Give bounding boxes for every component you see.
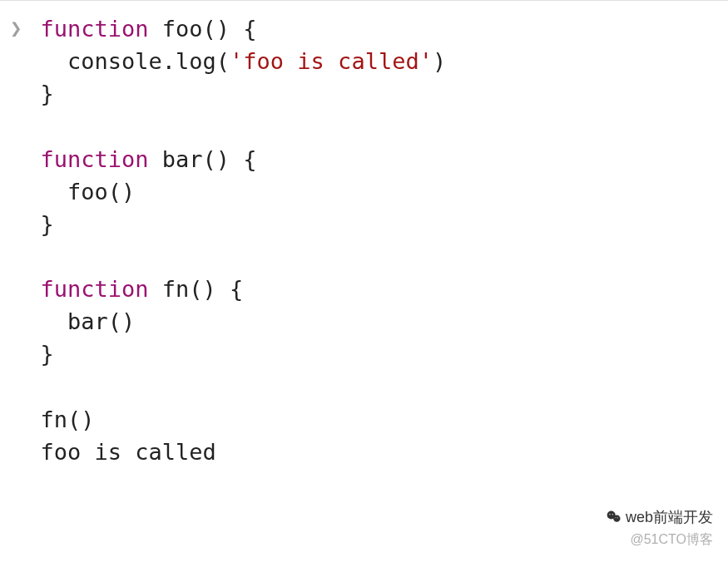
watermark-top-text: web前端开发 xyxy=(626,506,713,528)
code-call: foo() xyxy=(67,179,135,205)
svg-point-1 xyxy=(613,515,620,521)
console-output: foo is called xyxy=(40,439,215,465)
code-string: 'foo is called' xyxy=(230,48,433,74)
function-name-bar: bar xyxy=(162,146,203,172)
code-text: () xyxy=(189,276,216,302)
keyword-function: function xyxy=(40,276,148,302)
code-indent xyxy=(40,179,67,205)
console-input-row: ❯ function foo() { console.log('foo is c… xyxy=(0,0,728,480)
watermark-bottom-text: @51CTO博客 xyxy=(606,530,713,549)
svg-point-4 xyxy=(616,517,617,518)
code-text xyxy=(149,276,162,302)
code-brace: } xyxy=(40,341,53,367)
watermark: web前端开发 @51CTO博客 xyxy=(606,506,713,549)
code-brace: { xyxy=(230,16,257,42)
code-indent xyxy=(40,308,67,334)
code-brace: } xyxy=(40,211,53,237)
wechat-icon xyxy=(606,509,622,525)
code-call: bar() xyxy=(67,308,135,334)
svg-point-2 xyxy=(609,514,610,515)
watermark-top-line: web前端开发 xyxy=(606,506,713,528)
code-text: . xyxy=(162,48,176,74)
code-text xyxy=(149,146,162,172)
svg-point-5 xyxy=(617,517,618,518)
keyword-function: function xyxy=(40,16,148,42)
code-brace: } xyxy=(40,81,53,106)
code-call-fn: fn() xyxy=(40,407,94,432)
code-text: console xyxy=(67,48,162,74)
code-brace: { xyxy=(216,276,244,302)
keyword-function: function xyxy=(40,146,148,172)
function-name-fn: fn xyxy=(162,276,190,302)
code-text: ) xyxy=(433,48,446,74)
code-indent xyxy=(40,48,67,74)
code-brace: { xyxy=(230,146,257,172)
code-text xyxy=(149,16,162,42)
code-block[interactable]: function foo() { console.log('foo is cal… xyxy=(40,12,718,468)
code-text: ( xyxy=(216,48,230,74)
prompt-arrow-icon: ❯ xyxy=(10,12,22,468)
svg-point-3 xyxy=(612,514,613,515)
code-text: () xyxy=(203,16,230,42)
code-text: () xyxy=(203,146,230,172)
code-text: log xyxy=(176,48,216,74)
function-name-foo: foo xyxy=(162,16,203,42)
